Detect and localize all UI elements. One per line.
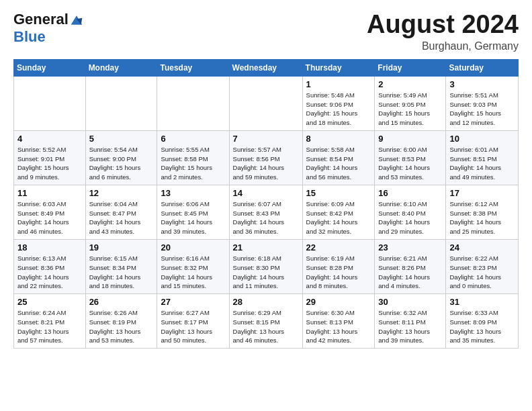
day-number: 1 [306,79,371,89]
page: General Blue August 2024 Burghaun, Germa… [0,0,532,359]
calendar-cell: 15Sunrise: 6:09 AMSunset: 8:42 PMDayligh… [302,185,375,239]
col-header-tuesday: Tuesday [157,59,229,76]
calendar-row-3: 11Sunrise: 6:03 AMSunset: 8:49 PMDayligh… [14,185,519,239]
day-info: Sunrise: 5:58 AMSunset: 8:54 PMDaylight:… [306,145,371,182]
day-info: Sunrise: 6:06 AMSunset: 8:45 PMDaylight:… [161,199,225,236]
day-info: Sunrise: 6:33 AMSunset: 8:09 PMDaylight:… [449,308,515,345]
day-number: 2 [378,79,442,89]
day-number: 8 [306,134,371,144]
day-info: Sunrise: 6:29 AMSunset: 8:15 PMDaylight:… [233,308,299,345]
calendar-cell: 29Sunrise: 6:30 AMSunset: 8:13 PMDayligh… [302,294,375,349]
calendar-cell: 16Sunrise: 6:10 AMSunset: 8:40 PMDayligh… [375,185,446,239]
calendar-cell: 5Sunrise: 5:54 AMSunset: 9:00 PMDaylight… [85,130,157,185]
calendar-cell: 28Sunrise: 6:29 AMSunset: 8:15 PMDayligh… [229,294,302,349]
day-info: Sunrise: 6:27 AMSunset: 8:17 PMDaylight:… [161,308,225,345]
calendar-cell: 3Sunrise: 5:51 AMSunset: 9:03 PMDaylight… [446,76,519,130]
day-info: Sunrise: 6:30 AMSunset: 8:13 PMDaylight:… [306,308,371,345]
day-number: 20 [161,242,225,253]
day-number: 6 [161,134,225,144]
title-block: August 2024 Burghaun, Germany [367,11,519,52]
day-number: 14 [233,188,299,198]
col-header-sunday: Sunday [14,59,86,76]
location: Burghaun, Germany [367,40,519,52]
day-info: Sunrise: 6:10 AMSunset: 8:40 PMDaylight:… [378,199,442,236]
calendar-cell: 25Sunrise: 6:24 AMSunset: 8:21 PMDayligh… [14,294,86,349]
day-info: Sunrise: 5:52 AMSunset: 9:01 PMDaylight:… [17,145,82,182]
logo-icon [70,13,83,27]
day-number: 28 [233,297,299,307]
calendar-row-2: 4Sunrise: 5:52 AMSunset: 9:01 PMDaylight… [14,130,519,185]
day-info: Sunrise: 5:49 AMSunset: 9:05 PMDaylight:… [378,91,442,128]
calendar-cell: 22Sunrise: 6:19 AMSunset: 8:28 PMDayligh… [302,239,375,293]
calendar-cell: 24Sunrise: 6:22 AMSunset: 8:23 PMDayligh… [446,239,519,293]
day-number: 18 [17,242,82,253]
col-header-monday: Monday [85,59,157,76]
calendar-cell: 7Sunrise: 5:57 AMSunset: 8:56 PMDaylight… [229,130,302,185]
logo-blue-text: Blue [13,28,46,45]
day-number: 16 [378,188,442,198]
col-header-thursday: Thursday [302,59,375,76]
calendar-cell: 1Sunrise: 5:48 AMSunset: 9:06 PMDaylight… [302,76,375,130]
calendar-cell: 14Sunrise: 6:07 AMSunset: 8:43 PMDayligh… [229,185,302,239]
day-number: 26 [89,297,154,307]
day-info: Sunrise: 6:00 AMSunset: 8:53 PMDaylight:… [378,145,442,182]
day-info: Sunrise: 5:55 AMSunset: 8:58 PMDaylight:… [161,145,225,182]
calendar-cell: 27Sunrise: 6:27 AMSunset: 8:17 PMDayligh… [157,294,229,349]
calendar-cell: 6Sunrise: 5:55 AMSunset: 8:58 PMDaylight… [157,130,229,185]
header: General Blue August 2024 Burghaun, Germa… [13,11,519,52]
col-header-friday: Friday [375,59,446,76]
day-info: Sunrise: 6:26 AMSunset: 8:19 PMDaylight:… [89,308,154,345]
calendar-cell: 17Sunrise: 6:12 AMSunset: 8:38 PMDayligh… [446,185,519,239]
day-info: Sunrise: 6:18 AMSunset: 8:30 PMDaylight:… [233,254,299,291]
day-number: 19 [89,242,154,253]
calendar-cell [14,76,86,130]
calendar-cell: 4Sunrise: 5:52 AMSunset: 9:01 PMDaylight… [14,130,86,185]
day-info: Sunrise: 6:24 AMSunset: 8:21 PMDaylight:… [17,308,82,345]
day-number: 22 [306,242,371,253]
day-number: 7 [233,134,299,144]
col-header-saturday: Saturday [446,59,519,76]
day-info: Sunrise: 5:51 AMSunset: 9:03 PMDaylight:… [449,91,515,128]
day-number: 12 [89,188,154,198]
calendar-cell: 26Sunrise: 6:26 AMSunset: 8:19 PMDayligh… [85,294,157,349]
col-header-wednesday: Wednesday [229,59,302,76]
day-number: 24 [449,242,515,253]
calendar-cell: 12Sunrise: 6:04 AMSunset: 8:47 PMDayligh… [85,185,157,239]
day-info: Sunrise: 5:54 AMSunset: 9:00 PMDaylight:… [89,145,154,182]
calendar-cell [85,76,157,130]
day-info: Sunrise: 6:19 AMSunset: 8:28 PMDaylight:… [306,254,371,291]
day-info: Sunrise: 6:07 AMSunset: 8:43 PMDaylight:… [233,199,299,236]
day-number: 23 [378,242,442,253]
day-info: Sunrise: 6:09 AMSunset: 8:42 PMDaylight:… [306,199,371,236]
calendar-cell: 2Sunrise: 5:49 AMSunset: 9:05 PMDaylight… [375,76,446,130]
day-number: 21 [233,242,299,253]
day-number: 25 [17,297,82,307]
calendar-cell [229,76,302,130]
day-number: 3 [449,79,515,89]
day-number: 9 [378,134,442,144]
day-number: 31 [449,297,515,307]
calendar-cell: 31Sunrise: 6:33 AMSunset: 8:09 PMDayligh… [446,294,519,349]
day-info: Sunrise: 6:21 AMSunset: 8:26 PMDaylight:… [378,254,442,291]
calendar-cell: 11Sunrise: 6:03 AMSunset: 8:49 PMDayligh… [14,185,86,239]
calendar-cell: 19Sunrise: 6:15 AMSunset: 8:34 PMDayligh… [85,239,157,293]
day-number: 27 [161,297,225,307]
day-info: Sunrise: 6:16 AMSunset: 8:32 PMDaylight:… [161,254,225,291]
calendar-cell: 10Sunrise: 6:01 AMSunset: 8:51 PMDayligh… [446,130,519,185]
calendar-row-5: 25Sunrise: 6:24 AMSunset: 8:21 PMDayligh… [14,294,519,349]
header-row: SundayMondayTuesdayWednesdayThursdayFrid… [14,59,519,76]
day-number: 29 [306,297,371,307]
day-number: 13 [161,188,225,198]
day-number: 5 [89,134,154,144]
calendar-cell: 23Sunrise: 6:21 AMSunset: 8:26 PMDayligh… [375,239,446,293]
calendar-row-1: 1Sunrise: 5:48 AMSunset: 9:06 PMDaylight… [14,76,519,130]
calendar-cell: 13Sunrise: 6:06 AMSunset: 8:45 PMDayligh… [157,185,229,239]
calendar-cell: 8Sunrise: 5:58 AMSunset: 8:54 PMDaylight… [302,130,375,185]
day-info: Sunrise: 6:22 AMSunset: 8:23 PMDaylight:… [449,254,515,291]
day-number: 30 [378,297,442,307]
calendar-row-4: 18Sunrise: 6:13 AMSunset: 8:36 PMDayligh… [14,239,519,293]
day-info: Sunrise: 5:57 AMSunset: 8:56 PMDaylight:… [233,145,299,182]
day-info: Sunrise: 6:13 AMSunset: 8:36 PMDaylight:… [17,254,82,291]
day-number: 11 [17,188,82,198]
day-info: Sunrise: 5:48 AMSunset: 9:06 PMDaylight:… [306,91,371,128]
